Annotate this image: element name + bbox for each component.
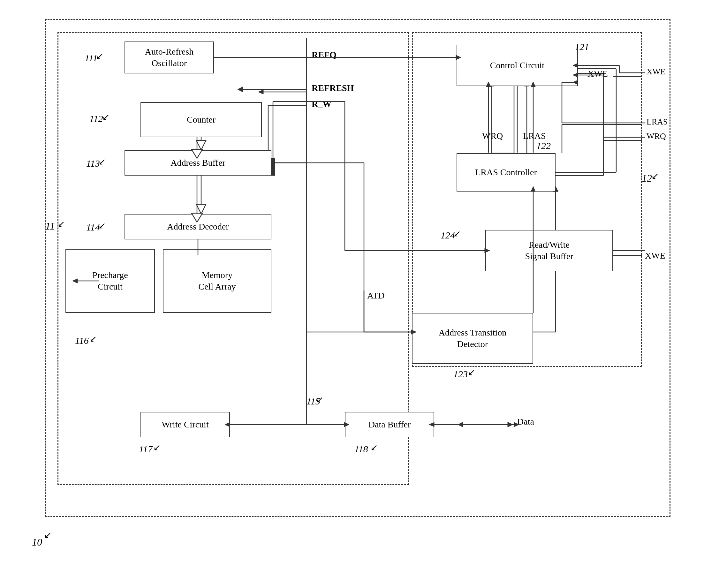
ref-arrow-116: ↙ [90, 334, 97, 344]
data-buffer-label: Data Buffer [368, 419, 411, 430]
refq-label: REFQ [312, 50, 337, 60]
lras-controller-box: LRAS Controller [457, 153, 555, 191]
ref-117: 117 [139, 444, 153, 455]
auto-refresh-oscillator-box: Auto-RefreshOscillator [124, 42, 214, 73]
refresh-label: REFRESH [312, 83, 354, 93]
ref-114: 114 [86, 222, 100, 233]
xwe-input-label: XWE [647, 67, 665, 77]
ref-124: 124 [441, 230, 455, 241]
ref-123: 123 [453, 369, 468, 379]
write-circuit-box: Write Circuit [140, 412, 230, 437]
ref-arrow-118: ↙ [370, 442, 378, 453]
ref-112: 112 [90, 113, 103, 124]
write-circuit-label: Write Circuit [162, 419, 209, 430]
block-10-arrow: ↙ [44, 530, 51, 540]
wrq-input-label: WRQ [647, 131, 666, 141]
ref-118: 118 [354, 444, 368, 455]
block-11-arrow: ↙ [57, 219, 65, 229]
ref-arrow-114: ↙ [98, 220, 106, 231]
address-buffer-box: Address Buffer [124, 150, 272, 176]
ref-arrow-112: ↙ [102, 112, 110, 122]
lras-controller-label: LRAS Controller [475, 167, 537, 178]
atd-label: ATD [367, 291, 385, 301]
precharge-circuit-box: PrechargeCircuit [65, 249, 155, 313]
data-buffer-box: Data Buffer [345, 412, 434, 437]
auto-refresh-oscillator-label: Auto-RefreshOscillator [145, 46, 193, 69]
ref-arrow-111: ↙ [96, 51, 103, 62]
block-10-label: 10 [32, 536, 42, 548]
wrq-label: WRQ [482, 131, 503, 141]
data-label: Data [517, 417, 534, 427]
ref-arrow-117: ↙ [153, 442, 161, 453]
rw-signal-buffer-box: Read/WriteSignal Buffer [485, 230, 613, 271]
counter-box: Counter [140, 102, 262, 137]
address-decoder-label: Address Decoder [167, 221, 229, 232]
ref-113: 113 [86, 158, 100, 169]
address-buffer-label: Address Buffer [171, 157, 225, 169]
lras-input-label: LRAS [647, 117, 667, 127]
diagram-container: Auto-RefreshOscillator 111 ↙ Counter 112… [25, 13, 680, 555]
control-circuit-box: Control Circuit [457, 45, 578, 86]
xwe-right-label: XWE [645, 250, 665, 261]
memory-cell-array-label: MemoryCell Array [198, 270, 236, 293]
address-transition-detector-box: Address TransitionDetector [412, 313, 533, 364]
memory-cell-array-box: MemoryCell Array [163, 249, 272, 313]
lras-label: LRAS [523, 131, 546, 141]
r-w-label: R_W [312, 99, 332, 109]
control-circuit-label: Control Circuit [490, 60, 544, 71]
precharge-circuit-label: PrechargeCircuit [92, 270, 128, 293]
ref-arrow-123: ↙ [468, 367, 475, 377]
xwe-top-label: XWE [587, 69, 608, 79]
rw-signal-buffer-label: Read/WriteSignal Buffer [525, 239, 573, 262]
block-12-label: 12 [642, 172, 652, 184]
address-transition-detector-label: Address TransitionDetector [439, 327, 506, 350]
address-decoder-box: Address Decoder [124, 214, 272, 239]
block-12-arrow: ↙ [651, 171, 659, 181]
counter-label: Counter [187, 114, 216, 125]
ref-arrow-124: ↙ [453, 228, 461, 239]
ref-arrow-113: ↙ [98, 157, 106, 167]
ref-121: 121 [575, 42, 589, 52]
ref-122: 122 [536, 140, 551, 151]
ref-arrow-115: ↙ [316, 394, 324, 405]
block-11-label: 11 [45, 220, 55, 232]
ref-116: 116 [75, 335, 89, 346]
